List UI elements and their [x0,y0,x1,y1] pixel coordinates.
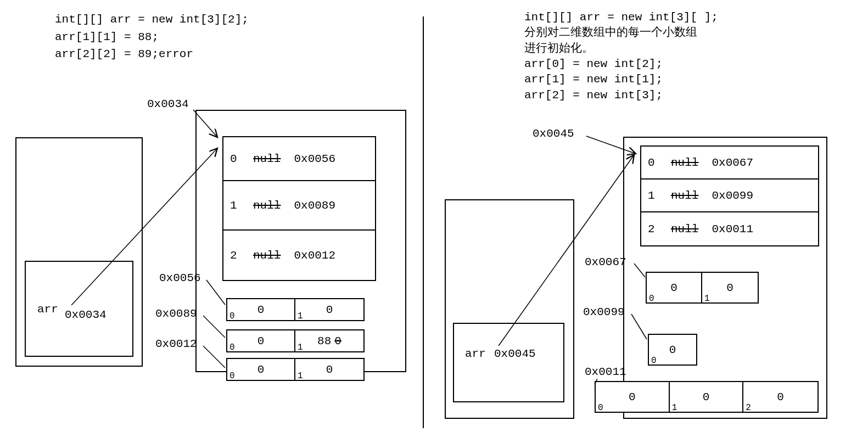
left-inner-row-0: 00 01 [226,298,365,321]
left-inner-label-2: 0x0012 [155,338,197,350]
left-inner-row-1: 00 88 0 1 [226,329,365,352]
right-outer-array: 0 null 0x0067 1 null 0x0099 2 null 0x001… [640,145,819,246]
left-inner-label-0: 0x0056 [159,272,201,284]
right-inner-row-1: 00 [648,334,697,366]
left-addr-main: 0x0034 [147,98,189,110]
left-outer-row-0: 0 null 0x0056 [223,137,375,181]
left-inner-row-2: 00 01 [226,358,365,381]
left-outer-row-2: 2 null 0x0012 [223,231,375,280]
right-stack-inner [453,323,564,402]
right-outer-row-2: 2 null 0x0011 [641,212,818,245]
left-stack-var: arr [37,303,58,316]
right-outer-row-0: 0 null 0x0067 [641,147,818,180]
left-inner-label-1: 0x0089 [155,307,197,320]
vertical-divider [423,16,424,428]
right-inner-row-2: 00 01 02 [595,381,819,413]
right-inner-label-0: 0x0067 [585,256,626,268]
right-inner-label-2: 0x0011 [585,366,626,378]
left-outer-array: 0 null 0x0056 1 null 0x0089 2 null 0x001… [222,136,376,281]
right-code: int[][] arr = new int[3][ ]; 分别对二维数组中的每一… [524,10,718,103]
left-stack-val: 0x0034 [65,309,107,321]
left-outer-row-1: 1 null 0x0089 [223,181,375,231]
left-code: int[][] arr = new int[3][2]; arr[1][1] =… [55,11,249,63]
right-inner-row-0: 00 01 [646,272,759,304]
right-outer-row-1: 1 null 0x0099 [641,180,818,212]
right-inner-label-1: 0x0099 [583,306,625,318]
right-stack-val: 0x0045 [494,347,536,360]
right-addr-main: 0x0045 [533,127,574,140]
right-stack-var: arr [465,347,486,360]
